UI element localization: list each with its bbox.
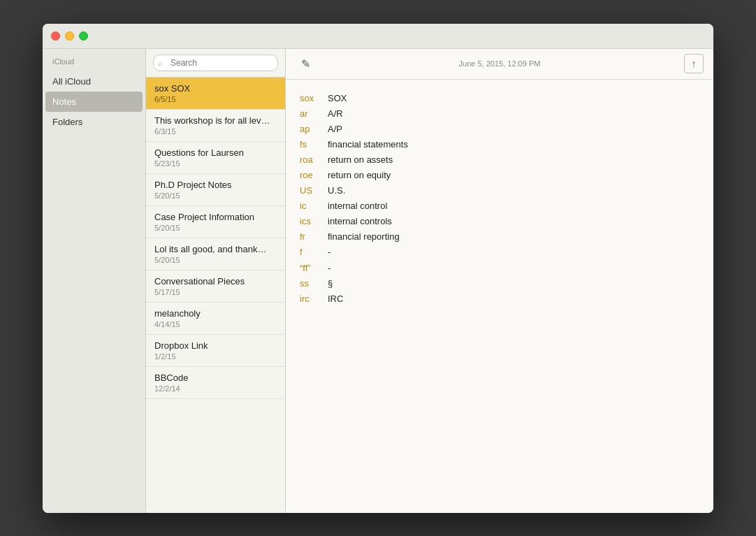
note-row: apA/P — [300, 122, 699, 137]
note-abbr: fr — [300, 229, 328, 245]
sidebar-header: iCloud — [43, 49, 145, 71]
note-expansion: return on assets — [328, 152, 393, 168]
note-date: June 5, 2015, 12:09 PM — [459, 59, 541, 68]
maximize-button[interactable] — [79, 31, 88, 41]
note-row: icsinternal controls — [300, 214, 699, 229]
note-abbr: f — [300, 245, 328, 260]
titlebar — [43, 24, 713, 49]
note-item-case[interactable]: Case Project Information5/20/15 — [146, 206, 285, 238]
note-row: ircIRC — [300, 291, 699, 307]
note-item-sox[interactable]: sox SOX6/5/15 — [146, 78, 285, 110]
note-title: BBCode — [154, 372, 277, 383]
note-expansion: § — [328, 276, 333, 291]
search-input[interactable] — [153, 55, 278, 71]
note-expansion: A/P — [328, 122, 342, 137]
note-expansion: financial statements — [328, 137, 408, 152]
note-row: “ff”- — [300, 261, 699, 276]
note-date-label: 12/2/14 — [154, 384, 277, 393]
sidebar-item-folders[interactable]: Folders — [43, 112, 145, 132]
note-row: soxSOX — [300, 91, 699, 106]
note-row: ss§ — [300, 276, 699, 291]
note-abbr: sox — [300, 91, 328, 106]
note-row: icinternal control — [300, 198, 699, 214]
sidebar-item-all-icloud[interactable]: All iCloud — [43, 71, 145, 92]
note-expansion: return on equity — [328, 168, 391, 183]
note-item-questions[interactable]: Questions for Laursen5/23/15 — [146, 142, 285, 174]
note-title: Case Project Information — [154, 212, 277, 222]
sidebar-item-notes[interactable]: Notes — [45, 92, 143, 112]
sidebar: iCloud All iCloud Notes Folders — [43, 49, 146, 513]
note-date-label: 1/2/15 — [154, 352, 277, 361]
note-title: melancholy — [154, 308, 277, 319]
note-body: soxSOXarA/RapA/Pfsfinancial statementsro… — [286, 80, 713, 513]
note-abbr: ss — [300, 276, 328, 291]
note-toolbar: ✎ June 5, 2015, 12:09 PM ↑ — [286, 49, 713, 80]
note-title: Questions for Laursen — [154, 147, 277, 158]
note-row: roereturn on equity — [300, 168, 699, 183]
close-button[interactable] — [51, 31, 60, 41]
search-bar: ⌕ — [146, 49, 285, 78]
notes-list: ⌕ sox SOX6/5/15This workshop is for all … — [146, 49, 286, 513]
note-row: arA/R — [300, 106, 699, 122]
search-icon: ⌕ — [158, 59, 163, 67]
note-title: This workshop is for all lev… — [154, 115, 277, 126]
note-item-melancholy[interactable]: melancholy4/14/15 — [146, 303, 285, 335]
app-window: iCloud All iCloud Notes Folders ⌕ sox SO… — [43, 24, 713, 513]
note-item-conversational[interactable]: Conversational Pieces5/17/15 — [146, 270, 285, 303]
note-item-phd[interactable]: Ph.D Project Notes5/20/15 — [146, 174, 285, 206]
note-expansion: - — [328, 245, 330, 260]
note-row: f- — [300, 245, 699, 260]
note-title: sox SOX — [154, 83, 277, 94]
note-item-lol[interactable]: Lol its all good, and thank…5/20/15 — [146, 238, 285, 270]
note-abbr: ics — [300, 214, 328, 229]
share-button[interactable]: ↑ — [684, 54, 704, 73]
note-item-bbcode[interactable]: BBCode12/2/14 — [146, 367, 285, 399]
traffic-lights — [51, 31, 88, 41]
note-abbr: ap — [300, 122, 328, 137]
notes-container: sox SOX6/5/15This workshop is for all le… — [146, 78, 285, 399]
note-abbr: ar — [300, 106, 328, 122]
note-row: roareturn on assets — [300, 152, 699, 168]
note-expansion: SOX — [328, 91, 347, 106]
main-content: iCloud All iCloud Notes Folders ⌕ sox SO… — [43, 49, 713, 513]
note-date-label: 5/20/15 — [154, 256, 277, 264]
note-abbr: roa — [300, 152, 328, 168]
note-date-label: 6/5/15 — [154, 95, 277, 103]
note-row: USU.S. — [300, 183, 699, 198]
note-date-label: 5/20/15 — [154, 224, 277, 232]
note-abbr: irc — [300, 291, 328, 307]
note-item-workshop[interactable]: This workshop is for all lev…6/3/15 — [146, 110, 285, 142]
note-expansion: U.S. — [328, 183, 345, 198]
note-date-label: 5/17/15 — [154, 288, 277, 296]
note-expansion: financial reporting — [328, 229, 400, 245]
note-detail: ✎ June 5, 2015, 12:09 PM ↑ soxSOXarA/Rap… — [286, 49, 713, 513]
note-expansion: IRC — [328, 291, 343, 307]
note-abbr: fs — [300, 137, 328, 152]
note-title: Lol its all good, and thank… — [154, 244, 277, 254]
note-expansion: - — [328, 261, 330, 276]
note-title: Conversational Pieces — [154, 276, 277, 287]
note-date-label: 6/3/15 — [154, 127, 277, 136]
note-date-label: 4/14/15 — [154, 320, 277, 328]
note-date-label: 5/23/15 — [154, 159, 277, 168]
note-abbr: “ff” — [300, 261, 328, 276]
note-title: Dropbox Link — [154, 340, 277, 351]
note-item-dropbox[interactable]: Dropbox Link1/2/15 — [146, 335, 285, 367]
note-expansion: internal control — [328, 198, 387, 214]
note-row: frfinancial reporting — [300, 229, 699, 245]
edit-button[interactable]: ✎ — [296, 54, 315, 73]
note-abbr: ic — [300, 198, 328, 214]
minimize-button[interactable] — [65, 31, 74, 41]
note-expansion: internal controls — [328, 214, 392, 229]
note-abbr: roe — [300, 168, 328, 183]
note-row: fsfinancial statements — [300, 137, 699, 152]
note-date-label: 5/20/15 — [154, 191, 277, 200]
note-expansion: A/R — [328, 106, 343, 122]
note-title: Ph.D Project Notes — [154, 180, 277, 190]
note-abbr: US — [300, 183, 328, 198]
